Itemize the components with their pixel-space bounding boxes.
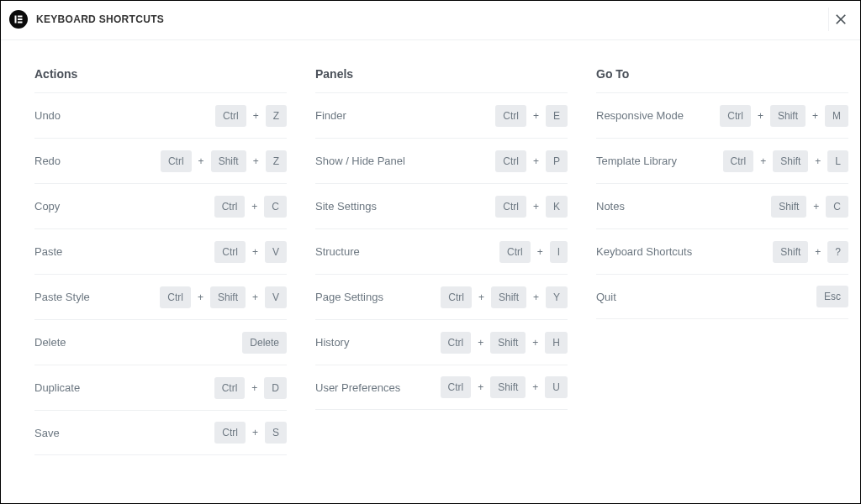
key-plus: +: [815, 155, 821, 167]
shortcut-keys: Ctrl + P: [495, 150, 568, 172]
key: Shift: [490, 332, 526, 354]
app-logo-icon: [9, 10, 28, 29]
key: D: [264, 377, 287, 399]
key: Shift: [491, 286, 526, 308]
key-plus: +: [758, 110, 763, 122]
shortcut-list: Responsive Mode Ctrl + Shift + M Templat…: [596, 92, 848, 319]
key-plus: +: [532, 337, 538, 349]
key: Ctrl: [441, 332, 472, 354]
shortcut-label: Duplicate: [34, 381, 80, 394]
key: V: [265, 241, 287, 263]
key-plus: +: [478, 291, 484, 303]
key-plus: +: [532, 381, 538, 393]
key-plus: +: [533, 155, 539, 167]
shortcut-label: Quit: [596, 291, 616, 303]
shortcut-label: Finder: [315, 109, 346, 122]
key-plus: +: [815, 246, 821, 258]
key: E: [546, 105, 568, 127]
shortcut-keys: Ctrl + Shift + V: [160, 286, 287, 308]
column-goto: Go To Responsive Mode Ctrl + Shift + M T…: [596, 67, 848, 455]
key: Shift: [773, 150, 808, 172]
shortcuts-body: Actions Undo Ctrl + Z Redo Ctrl + Shift: [1, 40, 860, 472]
key-plus: +: [251, 382, 257, 394]
key: Z: [266, 150, 287, 172]
key: Shift: [211, 150, 246, 172]
key: Z: [266, 105, 287, 127]
shortcut-label: Show / Hide Panel: [315, 155, 405, 167]
shortcut-list: Undo Ctrl + Z Redo Ctrl + Shift + Z: [34, 92, 287, 455]
shortcut-label: Keyboard Shortcuts: [596, 245, 692, 258]
shortcut-label: Undo: [34, 109, 61, 122]
key: Ctrl: [499, 241, 531, 263]
shortcut-keys: Ctrl + I: [499, 241, 568, 263]
shortcut-keys: Ctrl + Shift + L: [723, 150, 848, 172]
key-plus: +: [198, 291, 203, 303]
shortcut-label: Template Library: [596, 155, 677, 167]
column-heading: Panels: [315, 67, 568, 81]
key: Ctrl: [214, 241, 246, 263]
svg-rect-0: [15, 16, 17, 24]
key: Shift: [770, 105, 806, 127]
shortcut-label: Responsive Mode: [596, 109, 684, 122]
shortcut-label: Structure: [315, 245, 360, 258]
close-button[interactable]: [828, 8, 852, 31]
column-actions: Actions Undo Ctrl + Z Redo Ctrl + Shift: [34, 67, 287, 455]
key-plus: +: [252, 291, 258, 303]
shortcut-label: User Preferences: [315, 381, 400, 394]
column-panels: Panels Finder Ctrl + E Show / Hide Panel…: [315, 67, 568, 455]
key: Ctrl: [441, 286, 472, 308]
shortcut-label: Notes: [596, 200, 625, 213]
key: I: [550, 241, 568, 263]
shortcut-row: User Preferences Ctrl + Shift + U: [315, 365, 568, 410]
shortcut-row: Responsive Mode Ctrl + Shift + M: [596, 92, 848, 138]
key-plus: +: [533, 110, 539, 122]
key: Esc: [816, 286, 848, 307]
shortcut-label: Page Settings: [315, 291, 383, 303]
key: L: [827, 150, 848, 172]
key: U: [545, 376, 568, 398]
shortcut-keys: Ctrl + Shift + Z: [161, 150, 287, 172]
dialog-header: KEYBOARD SHORTCUTS: [1, 1, 860, 40]
shortcut-label: Save: [34, 427, 60, 439]
key: Ctrl: [214, 196, 246, 218]
shortcut-keys: Shift + ?: [773, 241, 848, 263]
key-plus: +: [812, 110, 818, 122]
shortcut-row: Paste Style Ctrl + Shift + V: [34, 274, 287, 319]
shortcut-keys: Ctrl + K: [495, 196, 568, 218]
shortcut-row: Paste Ctrl + V: [34, 228, 287, 274]
key-plus: +: [478, 381, 483, 393]
key-plus: +: [251, 201, 257, 213]
key: Shift: [771, 196, 806, 218]
key: Y: [546, 286, 568, 308]
key: Shift: [773, 241, 808, 263]
shortcut-row: Undo Ctrl + Z: [34, 92, 287, 138]
key: ?: [827, 241, 848, 263]
shortcut-keys: Shift + C: [771, 196, 848, 218]
shortcut-keys: Ctrl + Shift + U: [441, 376, 568, 398]
shortcut-label: Site Settings: [315, 200, 377, 213]
key: Ctrl: [495, 105, 526, 127]
column-heading: Go To: [596, 67, 848, 81]
key-plus: +: [813, 201, 819, 213]
dialog-title: KEYBOARD SHORTCUTS: [36, 13, 164, 25]
svg-rect-1: [18, 16, 23, 18]
shortcut-label: Delete: [34, 336, 66, 349]
shortcut-list: Finder Ctrl + E Show / Hide Panel Ctrl +…: [315, 92, 568, 410]
key: Ctrl: [723, 150, 754, 172]
key: Ctrl: [720, 105, 751, 127]
svg-rect-2: [18, 18, 23, 20]
key: Ctrl: [215, 105, 246, 127]
key-plus: +: [253, 155, 259, 167]
shortcut-label: Paste Style: [34, 291, 90, 303]
key: Ctrl: [161, 150, 192, 172]
shortcut-row: Duplicate Ctrl + D: [34, 365, 287, 410]
key: C: [826, 196, 848, 218]
key-plus: +: [478, 337, 483, 349]
key-plus: +: [760, 155, 766, 167]
shortcut-keys: Ctrl + Shift + Y: [441, 286, 568, 308]
shortcut-row: Finder Ctrl + E: [315, 92, 568, 138]
key-plus: +: [533, 201, 539, 213]
key: Ctrl: [495, 150, 526, 172]
key: M: [825, 105, 848, 127]
key: P: [546, 150, 568, 172]
